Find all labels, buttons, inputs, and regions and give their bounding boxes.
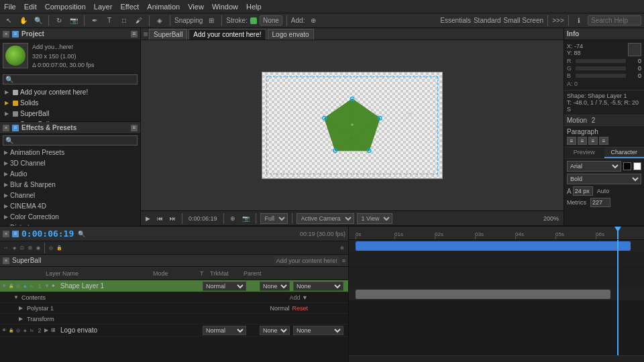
layer-0-lock[interactable]: 🔒 <box>8 283 14 290</box>
layer-0-parent-select[interactable]: None <box>293 282 343 291</box>
comp-tab-logo-envato[interactable]: Logo envato <box>268 29 314 40</box>
comp-quality-select[interactable]: Full <box>260 213 288 224</box>
timeline-close[interactable]: × <box>3 231 9 237</box>
menu-item-help[interactable]: Help <box>246 3 262 11</box>
font-style-select[interactable]: Bold <box>567 174 641 184</box>
menu-item-effect[interactable]: Effect <box>120 3 139 11</box>
font-size-input[interactable] <box>573 186 593 196</box>
comp-step-fwd-btn[interactable]: ⏭ <box>168 215 178 223</box>
tl-lock-icon[interactable]: 🔒 <box>56 245 62 251</box>
essentials-label[interactable]: Essentials <box>440 17 471 24</box>
menu-item-file[interactable]: File <box>4 3 16 11</box>
layer-0-expand[interactable]: ▼ <box>44 283 51 289</box>
contents-expand[interactable]: ▼ <box>13 294 20 300</box>
layer-1-expand[interactable]: ▶ <box>44 327 51 333</box>
comp-tab-superball[interactable]: SuperBall <box>149 29 187 40</box>
rotate-tool-icon[interactable]: ↻ <box>53 15 65 27</box>
tab-preview[interactable]: Preview <box>564 147 604 158</box>
sub-row-polystar[interactable]: ▶ Polystar 1 Normal Reset <box>0 303 348 314</box>
menu-item-layer[interactable]: Layer <box>94 3 113 11</box>
snapping-toggle[interactable]: ⊞ <box>205 15 217 27</box>
tl-tool-4[interactable]: ⊞ <box>27 245 34 251</box>
effect-item-6[interactable]: ▶ Color Correction <box>0 211 140 222</box>
align-center-btn[interactable]: ≡ <box>578 137 587 145</box>
align-justify-btn[interactable]: ≡ <box>599 137 608 145</box>
layer-0-effects[interactable]: fx <box>29 283 35 290</box>
layer-0-mode-select[interactable]: Normal <box>203 282 246 291</box>
layer-1-lock[interactable]: 🔒 <box>8 327 14 334</box>
sub-row-transform[interactable]: ▶ Transform <box>0 314 348 324</box>
add-label-btn[interactable]: Add ▼ <box>290 294 308 301</box>
time-search-icon[interactable]: 🔍 <box>78 231 85 237</box>
comp-snapshot[interactable]: 📷 <box>240 215 252 223</box>
composition-viewport[interactable]: ↗ <box>141 40 564 210</box>
puppet-tool-icon[interactable]: ◈ <box>154 15 166 27</box>
transform-expand[interactable]: ▶ <box>19 316 25 322</box>
tl-add-layer[interactable]: ⊕ <box>339 245 345 251</box>
info-icon[interactable]: ℹ <box>573 15 585 27</box>
effects-close[interactable]: × <box>3 125 9 131</box>
timeline-scrollbar[interactable] <box>349 355 644 362</box>
zoom-tool-icon[interactable]: 🔍 <box>32 15 44 27</box>
search-input[interactable] <box>588 15 641 25</box>
timeline-tracks[interactable] <box>349 240 644 355</box>
track-row-0[interactable] <box>349 240 644 252</box>
hand-tool-icon[interactable]: ✋ <box>17 15 30 27</box>
reset-btn[interactable]: Reset <box>292 305 308 312</box>
layer-1-motion[interactable]: ◈ <box>22 327 28 334</box>
layer-1-parent-select[interactable]: None <box>293 326 343 335</box>
layer-1-effects[interactable]: fx <box>29 327 35 334</box>
sub-row-contents[interactable]: ▼ Contents Add ▼ <box>0 292 348 303</box>
layer-1-eye[interactable]: 👁 <box>1 327 7 334</box>
comp-play-btn[interactable]: ▶ <box>144 215 152 223</box>
tl-comp-tab-add[interactable]: Add your content here! <box>274 257 339 265</box>
effect-item-4[interactable]: ▶ Channel <box>0 190 140 200</box>
tl-tool-5[interactable]: ◉ <box>35 245 42 251</box>
project-item-0[interactable]: ▶ Add your content here! <box>0 87 140 98</box>
project-search-input[interactable] <box>3 74 138 84</box>
comp-timecode[interactable]: 0:00:06:19 <box>186 215 219 223</box>
layer-0-eye[interactable]: 👁 <box>1 283 7 290</box>
layer-1-mode-select[interactable]: Normal <box>203 326 246 335</box>
effects-search-input[interactable] <box>3 135 138 145</box>
font-family-select[interactable]: Arial <box>567 161 621 172</box>
comp-tab-add-content[interactable]: Add your content here! <box>189 29 266 40</box>
effect-item-0[interactable]: ▶ Animation Presets <box>0 147 140 158</box>
comp-ram-preview[interactable]: ⊕ <box>228 215 237 223</box>
layer-1-trk-select[interactable]: None <box>260 326 290 335</box>
effects-menu[interactable]: ≡ <box>131 125 138 131</box>
comp-step-back-btn[interactable]: ⏮ <box>155 215 165 223</box>
menu-item-composition[interactable]: Composition <box>45 3 86 11</box>
layer-0-solo[interactable]: ◎ <box>15 283 21 290</box>
project-panel-minimize[interactable]: ≡ <box>12 31 19 38</box>
polystar-expand[interactable]: ▶ <box>19 305 25 311</box>
comp-views-select[interactable]: 1 View <box>357 213 392 224</box>
project-item-2[interactable]: ▶ SuperBall <box>0 109 140 119</box>
effect-item-5[interactable]: ▶ CINEMA 4D <box>0 200 140 211</box>
tl-expand-btn[interactable]: ≡ <box>342 257 345 264</box>
layer-0-trk-select[interactable]: None <box>260 282 290 291</box>
standard-label[interactable]: Standard <box>474 17 501 24</box>
camera-tool-icon[interactable]: 📷 <box>68 15 80 27</box>
menu-item-animation[interactable]: Animation <box>147 3 180 11</box>
font-color-swatch[interactable] <box>623 162 631 170</box>
align-left-btn[interactable]: ≡ <box>567 137 576 145</box>
brush-tool-icon[interactable]: 🖌 <box>133 15 145 27</box>
menu-item-edit[interactable]: Edit <box>24 3 37 11</box>
tl-solo-icon[interactable]: ◎ <box>48 245 54 251</box>
tl-comp-close[interactable]: × <box>3 257 9 264</box>
add-button[interactable]: ⊕ <box>307 15 319 27</box>
menu-item-view[interactable]: View <box>188 3 204 11</box>
tl-tool-2[interactable]: ◈ <box>11 245 17 251</box>
layer-row-1[interactable]: 👁 🔒 ◎ ◈ fx 2 ▶ ⊞ Logo envato Normal <box>0 324 348 337</box>
tl-tool-1[interactable]: ↔ <box>3 245 9 251</box>
comp-zoom[interactable]: 200% <box>541 215 561 223</box>
metrics-input[interactable] <box>590 198 610 207</box>
project-panel-menu[interactable]: ≡ <box>131 31 138 38</box>
project-item-1[interactable]: ▶ Solids <box>0 98 140 109</box>
tl-tool-3[interactable]: ⊡ <box>19 245 25 251</box>
small-screen-label[interactable]: Small Screen <box>504 17 543 24</box>
effects-minimize[interactable]: ≡ <box>12 125 19 131</box>
layer-row-0[interactable]: 👁 🔒 ◎ ◈ fx 1 ▼ ✦ Shape Layer 1 Normal <box>0 280 348 292</box>
layer-1-solo[interactable]: ◎ <box>15 327 21 334</box>
